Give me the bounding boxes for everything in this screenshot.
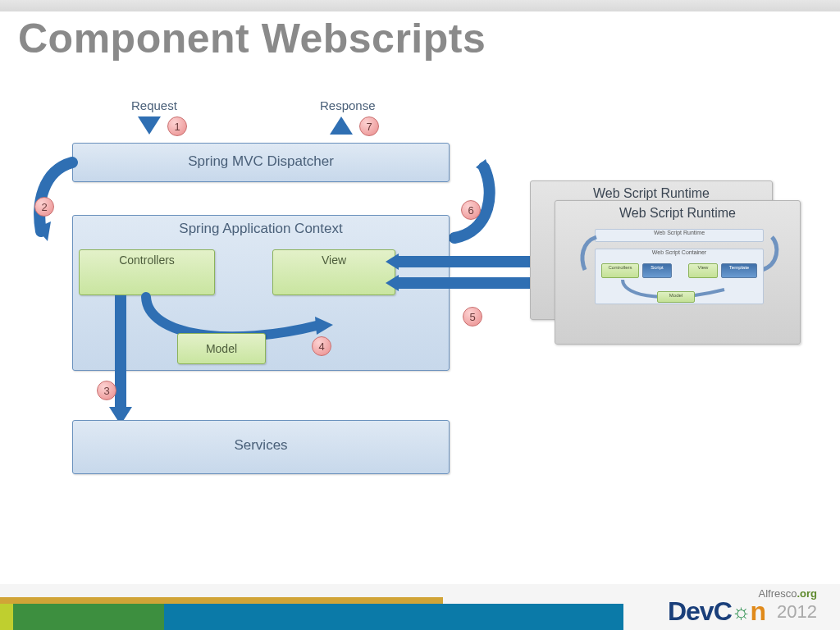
label-request: Request [131, 98, 177, 112]
footer-blue-stripe [0, 604, 623, 630]
slide-title: Component Webscripts [18, 15, 486, 62]
arrow-to-runtime-out-head-icon [386, 253, 399, 270]
arrow-to-runtime-in-head-icon [386, 275, 399, 291]
mini-container-label: Web Script Container [596, 249, 763, 255]
logo-brand-suf: .org [797, 587, 817, 600]
logo-year: 2012 [777, 601, 817, 622]
box-dispatcher: Spring MVC Dispatcher [72, 143, 450, 182]
box-services-label: Services [73, 421, 449, 454]
slide-top-border [0, 0, 840, 11]
step-num: 7 [366, 121, 372, 133]
logo-dev: Dev [668, 596, 714, 626]
mini-runtime-strip: Web Script Runtime [595, 229, 764, 242]
mini-controllers: Controllers [601, 263, 639, 278]
logo-c: C [714, 596, 732, 626]
step-badge-3: 3 [97, 381, 116, 400]
box-view: View [272, 249, 395, 295]
box-appcontext-label: Spring Application Context [73, 216, 449, 237]
box-model: Model [177, 333, 266, 364]
arrow-request-down-icon [138, 116, 161, 135]
mini-script: Script [642, 263, 672, 278]
logo-devcon: DevC☼n [668, 596, 772, 626]
step-badge-2: 2 [34, 197, 54, 217]
mini-template: Template [721, 263, 757, 278]
runtime-inner-diagram: Web Script Runtime Web Script Container … [595, 229, 764, 336]
architecture-diagram: Request Response 1 7 Spring MVC Dispatch… [33, 92, 807, 527]
conference-logo: Alfresco.org DevC☼n 2012 [668, 587, 817, 623]
mini-runtime-strip-label: Web Script Runtime [596, 230, 763, 235]
mini-model: Model [657, 291, 695, 303]
step-badge-1: 1 [167, 116, 187, 136]
box-model-label: Model [206, 342, 237, 355]
step-num: 2 [41, 201, 47, 213]
label-response: Response [320, 98, 376, 112]
box-runtime-front: Web Script Runtime Web Script Runtime We… [555, 200, 801, 345]
arrow-to-services-stem [115, 295, 126, 410]
step-num: 1 [174, 121, 180, 133]
box-services: Services [72, 420, 450, 474]
box-dispatcher-label: Spring MVC Dispatcher [73, 144, 449, 170]
box-view-label: View [322, 253, 346, 267]
box-runtime-front-label: Web Script Runtime [555, 201, 800, 222]
box-controllers-label: Controllers [119, 253, 175, 267]
step-badge-6: 6 [461, 200, 481, 220]
step-num: 4 [318, 340, 324, 353]
step-num: 6 [468, 204, 473, 217]
step-num: 5 [469, 311, 475, 323]
step-badge-5: 5 [463, 307, 482, 326]
arrow-response-up-icon [330, 116, 353, 135]
logo-o-icon: ☼ [732, 599, 751, 623]
step-num: 3 [103, 385, 109, 397]
logo-devcon-row: DevC☼n 2012 [668, 600, 817, 623]
step-badge-7: 7 [359, 116, 379, 136]
mini-view: View [688, 263, 718, 278]
logo-n: n [751, 596, 766, 626]
footer-gold-stripe [0, 597, 443, 604]
step-badge-4: 4 [312, 336, 331, 356]
box-controllers: Controllers [79, 249, 215, 295]
svg-marker-2 [315, 317, 333, 335]
